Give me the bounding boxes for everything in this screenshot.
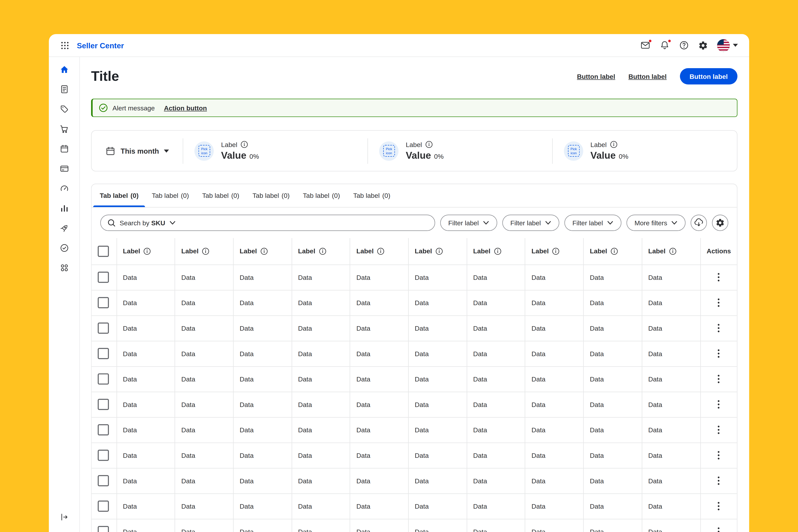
sidebar-item-inventory[interactable]	[59, 144, 69, 154]
info-icon[interactable]	[426, 141, 433, 148]
filter-button-2[interactable]: Filter label	[502, 214, 559, 231]
tab-1[interactable]: Tab label(0)	[93, 184, 145, 207]
tab-2[interactable]: Tab label(0)	[145, 184, 196, 207]
row-checkbox[interactable]	[98, 450, 109, 461]
period-selector[interactable]: This month	[92, 146, 183, 156]
more-filters-button[interactable]: More filters	[626, 214, 686, 231]
column-header[interactable]: Label	[350, 238, 409, 265]
info-icon[interactable]	[377, 248, 384, 255]
row-checkbox[interactable]	[98, 322, 109, 334]
row-actions-button[interactable]	[716, 398, 722, 411]
help-icon[interactable]	[679, 40, 689, 51]
info-icon[interactable]	[494, 248, 501, 255]
info-icon[interactable]	[611, 248, 618, 255]
table-header-row: LabelLabelLabelLabelLabelLabelLabelLabel…	[92, 238, 737, 265]
column-header[interactable]: Label	[408, 238, 467, 265]
tab-count: (0)	[332, 192, 340, 200]
cell: Data	[233, 468, 292, 493]
column-header[interactable]: Label	[467, 238, 525, 265]
sidebar-item-analytics[interactable]	[59, 204, 69, 213]
info-icon[interactable]	[435, 248, 443, 255]
info-icon[interactable]	[552, 248, 559, 255]
info-icon[interactable]	[319, 248, 326, 255]
row-actions-button[interactable]	[716, 449, 722, 462]
row-checkbox[interactable]	[98, 424, 109, 435]
tab-count: (0)	[131, 192, 139, 200]
sidebar-item-apps[interactable]	[59, 263, 69, 273]
primary-button[interactable]: Button label	[680, 68, 737, 84]
app-launcher-icon[interactable]	[60, 40, 70, 51]
tab-6[interactable]: Tab label(0)	[347, 184, 397, 207]
settings-gear-icon[interactable]	[698, 40, 708, 51]
info-icon[interactable]	[610, 141, 617, 148]
row-actions-button[interactable]	[716, 423, 722, 436]
info-icon[interactable]	[144, 248, 151, 255]
cell: Data	[467, 392, 525, 417]
tab-5[interactable]: Tab label(0)	[296, 184, 347, 207]
row-actions-button[interactable]	[716, 271, 722, 284]
column-header[interactable]: Label	[292, 238, 350, 265]
tab-label: Tab label	[253, 192, 279, 200]
cell: Data	[350, 392, 409, 417]
row-actions-button[interactable]	[716, 499, 722, 513]
sidebar-item-payments[interactable]	[59, 164, 69, 173]
notifications-bell-icon[interactable]	[659, 40, 670, 51]
sidebar-item-cart[interactable]	[59, 124, 69, 134]
kebab-menu-icon	[718, 349, 720, 358]
secondary-link-button-1[interactable]: Button label	[577, 73, 615, 80]
mail-icon[interactable]	[640, 40, 651, 51]
sidebar-item-performance[interactable]	[59, 184, 69, 193]
column-header[interactable]: Label	[583, 238, 642, 265]
row-actions-button[interactable]	[716, 525, 722, 532]
row-checkbox[interactable]	[98, 373, 109, 384]
account-menu[interactable]	[717, 39, 738, 52]
info-icon[interactable]	[669, 248, 676, 255]
sidebar-item-home[interactable]	[59, 65, 69, 74]
search-input[interactable]: Search by SKU	[100, 214, 435, 231]
filter-button-1[interactable]: Filter label	[440, 214, 497, 231]
brand-title[interactable]: Seller Center	[77, 41, 124, 50]
sidebar-item-tags[interactable]	[59, 104, 69, 114]
column-header[interactable]: Label	[642, 238, 700, 265]
row-checkbox[interactable]	[98, 526, 109, 532]
table-settings-button[interactable]	[712, 214, 728, 231]
stat-icon-badge: Pick icon	[379, 141, 398, 160]
row-checkbox[interactable]	[98, 297, 109, 308]
secondary-link-button-2[interactable]: Button label	[629, 73, 667, 80]
stat-item-2: Pick icon Label Value 0%	[368, 140, 552, 161]
row-actions-button[interactable]	[716, 372, 722, 385]
row-checkbox[interactable]	[98, 475, 109, 486]
info-icon[interactable]	[202, 248, 209, 255]
row-checkbox[interactable]	[98, 399, 109, 410]
column-header[interactable]: Label	[233, 238, 292, 265]
row-actions-button[interactable]	[716, 347, 722, 360]
select-all-checkbox[interactable]	[98, 246, 109, 256]
cell: Data	[525, 519, 583, 532]
row-actions-button[interactable]	[716, 474, 722, 488]
kebab-menu-icon	[718, 298, 720, 307]
cell: Data	[116, 417, 175, 443]
row-checkbox[interactable]	[98, 348, 109, 359]
tab-4[interactable]: Tab label(0)	[246, 184, 296, 207]
seller-center-window: Seller Center	[49, 34, 749, 532]
sidebar-item-tasks[interactable]	[59, 243, 69, 253]
sidebar-collapse-button[interactable]	[59, 512, 69, 522]
sidebar-item-orders[interactable]	[59, 84, 69, 94]
export-button[interactable]	[691, 214, 707, 231]
cart-icon	[59, 124, 69, 134]
filter-button-3[interactable]: Filter label	[564, 214, 621, 231]
tab-3[interactable]: Tab label(0)	[196, 184, 246, 207]
sidebar-item-growth[interactable]	[59, 223, 69, 233]
row-actions-button[interactable]	[716, 322, 722, 335]
row-select-cell	[92, 493, 116, 519]
row-checkbox[interactable]	[98, 500, 109, 512]
column-header[interactable]: Label	[525, 238, 583, 265]
alert-action-button[interactable]: Action button	[164, 104, 207, 112]
info-icon[interactable]	[241, 141, 248, 148]
info-icon[interactable]	[260, 248, 268, 255]
column-header[interactable]: Label	[175, 238, 234, 265]
cell: Data	[642, 417, 700, 443]
row-actions-button[interactable]	[716, 296, 722, 309]
row-checkbox[interactable]	[98, 272, 109, 283]
column-header[interactable]: Label	[116, 238, 175, 265]
